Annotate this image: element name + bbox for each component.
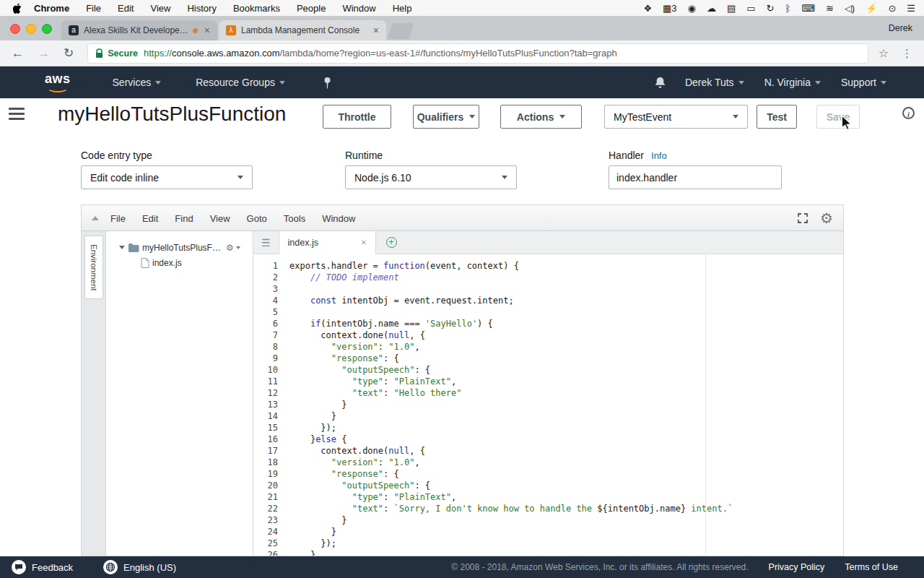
- nav-account-menu[interactable]: Derek Tuts: [685, 77, 744, 88]
- zoom-window-button[interactable]: [42, 24, 52, 34]
- close-tab-icon[interactable]: ×: [373, 25, 379, 36]
- bluetooth-icon[interactable]: ᛒ: [785, 3, 790, 14]
- chevron-down-icon: [881, 81, 886, 85]
- bookmark-star-icon[interactable]: ☆: [879, 46, 889, 60]
- environment-tab[interactable]: Environment: [84, 236, 103, 299]
- display-count-icon[interactable]: ▦3: [663, 3, 677, 14]
- display-icon[interactable]: ▭: [746, 3, 755, 14]
- terms-of-use-link[interactable]: Terms of Use: [845, 562, 898, 572]
- address-bar-input[interactable]: Secure https://console.aws.amazon.com/la…: [87, 43, 868, 64]
- feedback-icon[interactable]: [12, 560, 26, 574]
- test-button[interactable]: Test: [757, 105, 797, 129]
- widgets-icon[interactable]: ❖: [643, 3, 652, 14]
- nav-services[interactable]: Services: [113, 77, 162, 88]
- menubar-item-people[interactable]: People: [297, 3, 326, 14]
- code-token: , {: [409, 330, 425, 340]
- battery-icon[interactable]: ⚡: [866, 3, 877, 14]
- code-editor-area[interactable]: 1exports.handler = function(event, conte…: [253, 254, 843, 556]
- save-button[interactable]: Save: [816, 105, 860, 129]
- code-token: "outputSpeech": [341, 365, 414, 375]
- apple-menu-icon[interactable]: [13, 3, 22, 14]
- minimize-window-button[interactable]: [26, 24, 36, 34]
- volume-icon[interactable]: ◁): [845, 3, 855, 14]
- editor-menu-find[interactable]: Find: [175, 213, 193, 224]
- wifi-icon[interactable]: ≋: [826, 3, 834, 14]
- chrome-profile-name[interactable]: Derek: [889, 23, 912, 33]
- nav-support-menu[interactable]: Support: [841, 77, 886, 88]
- menubar-item-bookmarks[interactable]: Bookmarks: [233, 3, 280, 14]
- tab-list-icon[interactable]: ☰: [261, 237, 271, 249]
- file-name: index.js: [152, 258, 182, 268]
- time-machine-icon[interactable]: ↻: [766, 3, 774, 14]
- tree-file-row[interactable]: index.js: [106, 255, 253, 270]
- collapse-editor-icon[interactable]: [92, 216, 99, 220]
- editor-menu-window[interactable]: Window: [322, 213, 355, 224]
- qualifiers-button[interactable]: Qualifiers: [413, 105, 479, 129]
- editor-menu-goto[interactable]: Goto: [247, 213, 267, 224]
- editor-menubar: FileEditFindViewGotoToolsWindow ⚙: [82, 205, 843, 231]
- nav-region-menu[interactable]: N. Virginia: [764, 77, 821, 88]
- close-window-button[interactable]: [10, 24, 20, 34]
- handler-info-link[interactable]: Info: [651, 150, 667, 161]
- menubar-app-name[interactable]: Chrome: [34, 3, 69, 14]
- code-line-content: "response": {: [289, 353, 399, 364]
- editor-settings-gear-icon[interactable]: ⚙: [820, 211, 833, 225]
- info-icon[interactable]: i: [902, 107, 915, 119]
- keyboard-icon[interactable]: ⌨: [801, 3, 815, 14]
- test-event-select[interactable]: MyTestEvent: [604, 105, 748, 129]
- editor-menu-file[interactable]: File: [110, 213, 126, 224]
- language-link[interactable]: English (US): [123, 562, 176, 573]
- editor-menu-tools[interactable]: Tools: [284, 213, 305, 224]
- close-tab-icon[interactable]: ×: [204, 25, 210, 36]
- code-entry-type-label: Code entry type: [81, 150, 152, 161]
- handler-input[interactable]: [609, 165, 782, 189]
- code-entry-type-select[interactable]: Edit code inline: [81, 165, 253, 189]
- editor-tab-indexjs[interactable]: index.js ×: [279, 231, 376, 254]
- folder-gear-icon[interactable]: ⚙: [226, 243, 234, 253]
- close-icon[interactable]: ×: [361, 237, 367, 248]
- line-number: 11: [253, 376, 278, 387]
- menubar-item-help[interactable]: Help: [393, 3, 412, 14]
- actions-button[interactable]: Actions: [500, 105, 582, 129]
- browser-tab-lambda[interactable]: λ Lambda Management Console ×: [219, 20, 386, 40]
- menubar-item-window[interactable]: Window: [342, 3, 375, 14]
- browser-tab-alexa[interactable]: a Alexa Skills Kit Developer C ×: [61, 20, 217, 40]
- code-token: {: [336, 434, 346, 444]
- privacy-policy-link[interactable]: Privacy Policy: [769, 562, 825, 572]
- code-line: 20 "outputSpeech": {: [253, 480, 843, 491]
- fullscreen-icon[interactable]: [797, 212, 808, 224]
- code-token: "outputSpeech": [341, 480, 414, 491]
- tree-folder-row[interactable]: myHelloTutsPlusFuncti ⚙: [106, 240, 253, 255]
- chevron-down-icon: [236, 246, 240, 249]
- code-line: 18 "version": "1.0",: [253, 457, 843, 468]
- back-icon[interactable]: ←: [12, 46, 24, 61]
- sidebar-hamburger-icon[interactable]: [9, 108, 25, 120]
- new-tab-button[interactable]: [387, 23, 414, 39]
- forward-icon[interactable]: →: [38, 46, 50, 61]
- notifications-bell-icon[interactable]: [654, 76, 666, 89]
- menubar-item-file[interactable]: File: [86, 3, 101, 14]
- menubar-item-view[interactable]: View: [150, 3, 170, 14]
- throttle-button[interactable]: Throttle: [323, 105, 391, 129]
- spotlight-icon[interactable]: ⊙: [888, 3, 896, 14]
- nav-resource-groups[interactable]: Resource Groups: [196, 77, 285, 88]
- new-file-tab-icon[interactable]: +: [386, 237, 397, 248]
- chrome-menu-icon[interactable]: ⋮: [902, 47, 912, 60]
- menubar-item-history[interactable]: History: [187, 3, 216, 14]
- language-globe-icon[interactable]: [103, 560, 118, 574]
- feedback-link[interactable]: Feedback: [32, 562, 73, 573]
- reload-icon[interactable]: ↻: [64, 46, 74, 61]
- disclosure-triangle-icon[interactable]: [119, 246, 125, 249]
- code-token: function: [383, 261, 425, 271]
- notification-center-icon[interactable]: ☰: [907, 3, 915, 14]
- runtime-select[interactable]: Node.js 6.10: [345, 165, 517, 189]
- aws-logo[interactable]: aws: [45, 72, 71, 92]
- camera-icon[interactable]: ◉: [688, 3, 696, 14]
- cloud-icon[interactable]: ☁: [707, 3, 716, 14]
- news-icon[interactable]: ▤: [727, 3, 736, 14]
- pin-icon[interactable]: [323, 77, 332, 89]
- editor-menu-edit[interactable]: Edit: [142, 213, 158, 224]
- editor-menu-view[interactable]: View: [210, 213, 230, 224]
- menubar-item-edit[interactable]: Edit: [118, 3, 134, 14]
- line-number: 10: [253, 364, 278, 376]
